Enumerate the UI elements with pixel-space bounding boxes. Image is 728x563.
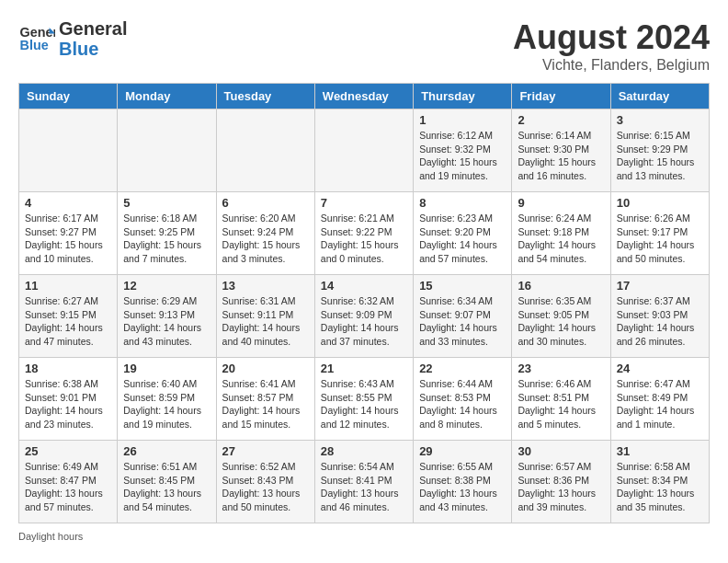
calendar-header-row: SundayMondayTuesdayWednesdayThursdayFrid… bbox=[19, 84, 710, 109]
day-number: 26 bbox=[123, 444, 210, 458]
day-info: Sunrise: 6:49 AM Sunset: 8:47 PM Dayligh… bbox=[25, 460, 111, 514]
day-number: 7 bbox=[321, 196, 407, 210]
day-number: 4 bbox=[25, 196, 111, 210]
calendar-cell: 31Sunrise: 6:58 AM Sunset: 8:34 PM Dayli… bbox=[610, 441, 709, 523]
calendar-cell: 26Sunrise: 6:51 AM Sunset: 8:45 PM Dayli… bbox=[118, 441, 216, 523]
day-info: Sunrise: 6:47 AM Sunset: 8:49 PM Dayligh… bbox=[617, 377, 703, 431]
calendar-week-row: 4Sunrise: 6:17 AM Sunset: 9:27 PM Daylig… bbox=[19, 192, 710, 275]
title-block: August 2024 Vichte, Flanders, Belgium bbox=[513, 18, 710, 74]
calendar-cell: 30Sunrise: 6:57 AM Sunset: 8:36 PM Dayli… bbox=[512, 441, 610, 523]
day-number: 14 bbox=[321, 279, 407, 293]
calendar-cell bbox=[216, 109, 314, 192]
calendar-cell: 28Sunrise: 6:54 AM Sunset: 8:41 PM Dayli… bbox=[314, 441, 413, 523]
day-number: 27 bbox=[222, 444, 309, 458]
day-info: Sunrise: 6:14 AM Sunset: 9:30 PM Dayligh… bbox=[518, 129, 604, 183]
page-header: General Blue General Blue August 2024 Vi… bbox=[18, 18, 710, 74]
calendar-cell: 7Sunrise: 6:21 AM Sunset: 9:22 PM Daylig… bbox=[314, 192, 413, 275]
calendar-cell: 10Sunrise: 6:26 AM Sunset: 9:17 PM Dayli… bbox=[610, 192, 709, 275]
calendar-cell: 2Sunrise: 6:14 AM Sunset: 9:30 PM Daylig… bbox=[512, 109, 610, 192]
day-number: 19 bbox=[123, 362, 210, 375]
calendar-cell: 29Sunrise: 6:55 AM Sunset: 8:38 PM Dayli… bbox=[414, 441, 512, 523]
day-info: Sunrise: 6:41 AM Sunset: 8:57 PM Dayligh… bbox=[222, 377, 309, 431]
day-info: Sunrise: 6:54 AM Sunset: 8:41 PM Dayligh… bbox=[321, 460, 407, 514]
day-info: Sunrise: 6:20 AM Sunset: 9:24 PM Dayligh… bbox=[222, 212, 309, 266]
day-info: Sunrise: 6:52 AM Sunset: 8:43 PM Dayligh… bbox=[222, 460, 309, 514]
day-of-week-header: Thursday bbox=[414, 84, 512, 109]
day-number: 21 bbox=[321, 362, 407, 375]
logo-general: General bbox=[59, 18, 127, 39]
calendar-cell: 1Sunrise: 6:12 AM Sunset: 9:32 PM Daylig… bbox=[414, 109, 512, 192]
calendar-cell: 24Sunrise: 6:47 AM Sunset: 8:49 PM Dayli… bbox=[610, 358, 709, 441]
day-number: 24 bbox=[617, 362, 703, 375]
day-info: Sunrise: 6:21 AM Sunset: 9:22 PM Dayligh… bbox=[321, 212, 407, 266]
day-info: Sunrise: 6:46 AM Sunset: 8:51 PM Dayligh… bbox=[518, 377, 604, 431]
calendar-cell: 5Sunrise: 6:18 AM Sunset: 9:25 PM Daylig… bbox=[118, 192, 216, 275]
day-number: 1 bbox=[419, 113, 506, 127]
day-info: Sunrise: 6:12 AM Sunset: 9:32 PM Dayligh… bbox=[419, 129, 506, 183]
calendar-cell: 16Sunrise: 6:35 AM Sunset: 9:05 PM Dayli… bbox=[512, 275, 610, 358]
logo: General Blue General Blue bbox=[18, 18, 127, 59]
day-number: 18 bbox=[25, 362, 111, 375]
calendar-title: August 2024 bbox=[513, 18, 710, 57]
day-number: 12 bbox=[123, 279, 210, 293]
logo-icon: General Blue bbox=[18, 20, 55, 57]
calendar-cell: 3Sunrise: 6:15 AM Sunset: 9:29 PM Daylig… bbox=[610, 109, 709, 192]
day-of-week-header: Sunday bbox=[19, 84, 118, 109]
day-info: Sunrise: 6:26 AM Sunset: 9:17 PM Dayligh… bbox=[617, 212, 703, 266]
day-info: Sunrise: 6:27 AM Sunset: 9:15 PM Dayligh… bbox=[25, 294, 111, 349]
footer-note: Daylight hours bbox=[18, 531, 710, 542]
calendar-week-row: 18Sunrise: 6:38 AM Sunset: 9:01 PM Dayli… bbox=[19, 358, 710, 441]
day-info: Sunrise: 6:15 AM Sunset: 9:29 PM Dayligh… bbox=[617, 129, 703, 183]
day-info: Sunrise: 6:38 AM Sunset: 9:01 PM Dayligh… bbox=[25, 377, 111, 431]
logo-blue: Blue bbox=[59, 39, 127, 59]
day-number: 20 bbox=[222, 362, 309, 375]
calendar-cell: 11Sunrise: 6:27 AM Sunset: 9:15 PM Dayli… bbox=[19, 275, 118, 358]
day-info: Sunrise: 6:35 AM Sunset: 9:05 PM Dayligh… bbox=[518, 294, 604, 349]
calendar-week-row: 25Sunrise: 6:49 AM Sunset: 8:47 PM Dayli… bbox=[19, 441, 710, 523]
day-number: 22 bbox=[419, 362, 506, 375]
day-info: Sunrise: 6:37 AM Sunset: 9:03 PM Dayligh… bbox=[617, 294, 703, 349]
day-number: 17 bbox=[617, 279, 703, 293]
day-info: Sunrise: 6:43 AM Sunset: 8:55 PM Dayligh… bbox=[321, 377, 407, 431]
day-info: Sunrise: 6:23 AM Sunset: 9:20 PM Dayligh… bbox=[419, 212, 506, 266]
calendar-cell: 23Sunrise: 6:46 AM Sunset: 8:51 PM Dayli… bbox=[512, 358, 610, 441]
day-info: Sunrise: 6:31 AM Sunset: 9:11 PM Dayligh… bbox=[222, 294, 309, 349]
day-info: Sunrise: 6:44 AM Sunset: 8:53 PM Dayligh… bbox=[419, 377, 506, 431]
day-number: 8 bbox=[419, 196, 506, 210]
day-number: 23 bbox=[518, 362, 604, 375]
day-number: 30 bbox=[518, 444, 604, 458]
calendar-cell: 27Sunrise: 6:52 AM Sunset: 8:43 PM Dayli… bbox=[216, 441, 314, 523]
svg-text:Blue: Blue bbox=[20, 38, 49, 52]
calendar-week-row: 1Sunrise: 6:12 AM Sunset: 9:32 PM Daylig… bbox=[19, 109, 710, 192]
day-number: 16 bbox=[518, 279, 604, 293]
day-info: Sunrise: 6:58 AM Sunset: 8:34 PM Dayligh… bbox=[617, 460, 703, 514]
calendar-cell: 12Sunrise: 6:29 AM Sunset: 9:13 PM Dayli… bbox=[118, 275, 216, 358]
calendar-subtitle: Vichte, Flanders, Belgium bbox=[513, 57, 710, 74]
day-number: 2 bbox=[518, 113, 604, 127]
calendar-cell: 19Sunrise: 6:40 AM Sunset: 8:59 PM Dayli… bbox=[118, 358, 216, 441]
calendar-cell bbox=[19, 109, 118, 192]
calendar-table: SundayMondayTuesdayWednesdayThursdayFrid… bbox=[18, 83, 710, 523]
calendar-cell: 13Sunrise: 6:31 AM Sunset: 9:11 PM Dayli… bbox=[216, 275, 314, 358]
day-number: 13 bbox=[222, 279, 309, 293]
day-info: Sunrise: 6:32 AM Sunset: 9:09 PM Dayligh… bbox=[321, 294, 407, 349]
calendar-cell: 15Sunrise: 6:34 AM Sunset: 9:07 PM Dayli… bbox=[414, 275, 512, 358]
calendar-cell: 21Sunrise: 6:43 AM Sunset: 8:55 PM Dayli… bbox=[314, 358, 413, 441]
calendar-cell: 25Sunrise: 6:49 AM Sunset: 8:47 PM Dayli… bbox=[19, 441, 118, 523]
calendar-week-row: 11Sunrise: 6:27 AM Sunset: 9:15 PM Dayli… bbox=[19, 275, 710, 358]
day-number: 31 bbox=[617, 444, 703, 458]
day-of-week-header: Wednesday bbox=[314, 84, 413, 109]
day-number: 9 bbox=[518, 196, 604, 210]
day-info: Sunrise: 6:34 AM Sunset: 9:07 PM Dayligh… bbox=[419, 294, 506, 349]
day-number: 25 bbox=[25, 444, 111, 458]
day-info: Sunrise: 6:18 AM Sunset: 9:25 PM Dayligh… bbox=[123, 212, 210, 266]
day-number: 6 bbox=[222, 196, 309, 210]
day-of-week-header: Saturday bbox=[610, 84, 709, 109]
day-number: 3 bbox=[617, 113, 703, 127]
day-number: 11 bbox=[25, 279, 111, 293]
calendar-cell: 22Sunrise: 6:44 AM Sunset: 8:53 PM Dayli… bbox=[414, 358, 512, 441]
day-info: Sunrise: 6:51 AM Sunset: 8:45 PM Dayligh… bbox=[123, 460, 210, 514]
calendar-cell: 9Sunrise: 6:24 AM Sunset: 9:18 PM Daylig… bbox=[512, 192, 610, 275]
day-number: 10 bbox=[617, 196, 703, 210]
calendar-cell: 6Sunrise: 6:20 AM Sunset: 9:24 PM Daylig… bbox=[216, 192, 314, 275]
